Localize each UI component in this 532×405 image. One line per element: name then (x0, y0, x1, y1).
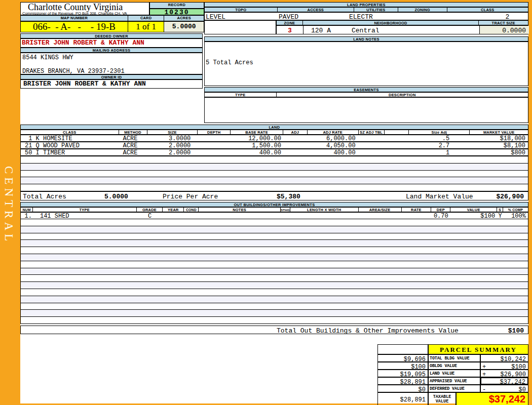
land-h-base-rate: BASE RATE (231, 130, 283, 134)
land-h-adj-rate: ADJ RATE (308, 130, 359, 134)
card-label: CARD (128, 16, 165, 21)
land-market-value: $800 (470, 149, 528, 155)
ob-length-width (290, 213, 359, 219)
out-buildings-total-label: Total Out Buildings & Other Improvements… (277, 327, 459, 335)
map-number-label: MAP NUMBER (21, 16, 128, 21)
price-per-acre-label: Price Per Acre (163, 193, 218, 200)
land-base-rate: 12,000.00 (231, 135, 283, 141)
total-acres-value: 5.0000 (104, 193, 128, 200)
land-h-depth: DEPTH (198, 130, 231, 134)
land-h-blank (385, 130, 409, 134)
class-label: CLASS (447, 8, 528, 12)
label-obldg-value: OBLDG VALUE (428, 362, 480, 370)
obldg-value: + $100 (480, 362, 528, 370)
owner-id-value: BRISTER JOHN ROBERT & KATHY ANN (20, 79, 203, 89)
easement-type-label: TYPE (205, 93, 277, 97)
label-deferred-value: DEFERRED VALUE (428, 385, 480, 392)
ob-dep: 0.70 (431, 213, 450, 219)
appraised-value: $37,242 (480, 377, 528, 385)
address-line1: 8544 KINGS HWY (21, 53, 202, 61)
summary-title-row: PARCEL SUMMARY (377, 344, 528, 354)
out-buildings-empty-rows (20, 219, 528, 324)
summary-row: $100 OBLDG VALUE + $100 (377, 362, 528, 370)
deeded-owner-value: BRISTER JOHN ROBERT & KATHY ANN (20, 38, 203, 48)
mailing-address-label: MAILING ADDRESS (20, 48, 203, 53)
land-h-sz-adj-tbl: SZ ADJ TBL (359, 130, 385, 134)
land-method: ACRE (119, 135, 147, 141)
map-number-value: 066- - A- - - 19-B (21, 22, 128, 32)
land-empty-rows (20, 156, 528, 191)
land-h-size-adj: Size Adj (409, 130, 470, 134)
parcel-value-row: 066- - A- - - 19-B 1 of 1 5.0000 (20, 21, 204, 32)
neighborhood-name: Central (352, 27, 379, 34)
out-buildings-total-row: Total Out Buildings & Other Improvements… (20, 326, 528, 334)
record-value: 10230 (149, 9, 204, 15)
summary-row: $0 DEFERRED VALUE - $0 (377, 385, 528, 392)
land-sz-adj-tbl (359, 142, 385, 148)
land-row: 50 I TIMBER ACRE 2.0000 400.00 400.00 1 … (20, 149, 528, 156)
label-taxable-value: TAXABLE VALUE (428, 392, 456, 405)
ob-rate (402, 213, 432, 219)
deferred-value: - $0 (480, 385, 528, 392)
land-depth (198, 149, 231, 155)
land-table-title: LAND (20, 125, 528, 130)
land-market-value: $18,000 (470, 135, 528, 141)
zone-header-row: ZONE NEIGHBORHOOD TRACT SIZE (276, 20, 528, 25)
ob-pct-comp: 100% (503, 213, 528, 219)
acres-value: 5.0000 (164, 22, 204, 32)
ob-cond (184, 213, 199, 219)
ob-value: $100 (450, 213, 497, 219)
land-properties-value-row: LEVEL PAVED ELECTR 2 (204, 12, 528, 20)
acres-label: ACRES (164, 16, 204, 21)
out-buildings-total-value: $100 (508, 327, 524, 335)
land-adj (283, 142, 308, 148)
land-sz-adj-tbl (359, 149, 385, 155)
deeded-owner-label: DEEDED OWNER (20, 33, 203, 38)
ob-year (163, 213, 184, 219)
land-value: + $26,900 (480, 370, 528, 377)
prior-obldg-value: $100 (377, 362, 428, 370)
land-class: 50 I TIMBER (21, 149, 119, 155)
out-buildings-title: OUT BUILDINGS/OTHER IMPROVEMENTS (20, 202, 528, 207)
land-blank (385, 135, 409, 141)
ob-num: 1. (21, 213, 33, 219)
tract-size-label: TRACT SIZE (479, 21, 528, 25)
label-appraised-value: APPRAISED VALUE (428, 377, 480, 385)
ob-grade: C (137, 213, 163, 219)
land-size: 3.0000 (147, 135, 198, 141)
land-notes-title: LAND NOTES (204, 36, 528, 42)
utilities-label: UTILITIES (354, 8, 398, 12)
prior-appraised-value: $28,891 (377, 377, 428, 385)
card-value: 1 of 1 (128, 22, 165, 32)
owner-id-label: OWNER ID (20, 74, 203, 79)
county-title: Charlotte County Virginia (21, 3, 149, 12)
parcel-header-row: MAP NUMBER CARD ACRES (20, 15, 204, 21)
record-label: RECORD (149, 2, 204, 9)
prior-deferred-value: $0 (377, 385, 428, 392)
minus-sign: - (482, 386, 486, 393)
land-market-value-total: $26,900 (496, 193, 524, 200)
prior-total-bldg-value: $9,696 (377, 354, 428, 362)
land-adj-rate: 400.00 (308, 149, 359, 155)
ob-h-s: S (497, 208, 503, 212)
neighborhood-label: NEIGHBORHOOD (303, 21, 479, 25)
ob-h-cond: COND (184, 208, 199, 212)
ob-h-value: VALUE (450, 208, 497, 212)
ob-h-type: TYPE (33, 208, 137, 212)
district-watermark: CENTRAL (2, 166, 15, 245)
tract-size-value: 0.0000 (479, 26, 529, 34)
taxable-value: $37,242 (456, 392, 528, 405)
land-size-adj: 2.7 (409, 142, 470, 148)
topo-column-spacer (204, 20, 276, 34)
land-market-value-label: Land Market Value (406, 193, 473, 200)
label-total-bldg-value: TOTAL BLDG VALUE (428, 354, 480, 362)
easements-title: EASEMENTS (204, 87, 528, 92)
zone-value: 3 (277, 27, 303, 34)
ob-sthgt (281, 213, 290, 219)
land-h-class: CLASS (21, 130, 119, 134)
land-adj-rate: 6,000.00 (308, 135, 359, 141)
ob-notes (199, 213, 281, 219)
summary-title: PARCEL SUMMARY (428, 344, 528, 354)
land-method: ACRE (119, 142, 147, 148)
land-table-header: CLASS METHOD SIZE DEPTH BASE RATE ADJ AD… (20, 130, 528, 135)
